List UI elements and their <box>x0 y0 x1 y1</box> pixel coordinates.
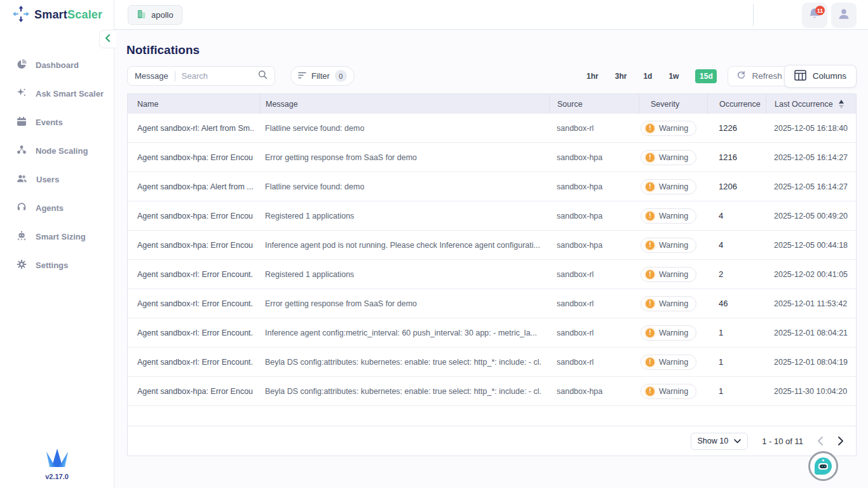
cell-name: Agent sandbox-rl: Error Encount... <box>128 318 260 347</box>
sidebar-collapse-button[interactable] <box>99 30 116 48</box>
user-avatar-icon <box>837 7 851 24</box>
notifications-table: Name Message Source Severity Occurrence … <box>127 93 857 456</box>
cell-message: Flatline service found: demo <box>260 114 549 142</box>
cell-occurrence: 1 <box>707 348 766 376</box>
cell-occurrence: 1216 <box>707 143 766 172</box>
cell-occurrence: 1 <box>707 377 766 405</box>
headset-icon <box>17 202 27 215</box>
cell-last-occurrence: 2025-12-05 16:18:40 <box>766 114 856 142</box>
sidebar-item-ask-smart-scaler[interactable]: Ask Smart Scaler <box>0 79 114 108</box>
next-page-button[interactable] <box>837 437 844 445</box>
search-input[interactable] <box>182 71 258 81</box>
cell-severity: ! Warning <box>639 201 707 230</box>
column-header-source[interactable]: Source <box>549 94 639 114</box>
cell-severity: ! Warning <box>639 289 707 318</box>
search-icon <box>258 70 268 82</box>
table-row[interactable]: Agent sandbox-rl: Alert from Sm... Flatl… <box>128 114 856 143</box>
cell-name: Agent sandbox-hpa: Error Encou... <box>128 201 260 230</box>
cell-severity: ! Warning <box>639 143 707 172</box>
cell-occurrence: 4 <box>707 201 766 230</box>
cell-last-occurrence: 2025-12-02 00:41:05 <box>766 260 856 288</box>
table-row[interactable]: Agent sandbox-hpa: Error Encou... Beyla … <box>128 377 856 406</box>
workspace-name: apollo <box>151 10 173 20</box>
cell-last-occurrence: 2025-12-01 08:04:21 <box>766 318 856 347</box>
sidebar-item-label: Agents <box>36 203 64 213</box>
crown-logo-icon <box>43 449 71 470</box>
time-range-1d[interactable]: 1d <box>643 72 652 81</box>
search-scope-selector[interactable]: Message <box>135 71 168 81</box>
sidebar-item-agents[interactable]: Agents <box>0 194 114 222</box>
table-row[interactable]: Agent sandbox-rl: Error Encount... Regis… <box>128 260 856 289</box>
sidebar-item-label: Dashboard <box>36 60 79 70</box>
chat-assistant-button[interactable] <box>808 451 838 481</box>
brand-logo[interactable]: SmartScaler <box>0 0 114 30</box>
table-row[interactable]: Agent sandbox-hpa: Alert from ... Flatli… <box>128 172 856 201</box>
columns-button[interactable]: Columns <box>784 65 857 88</box>
column-header-name[interactable]: Name <box>128 94 260 114</box>
sidebar-item-users[interactable]: Users <box>0 165 114 194</box>
severity-badge: ! Warning <box>641 296 696 311</box>
sort-asc-icon <box>839 100 844 104</box>
sidebar-item-settings[interactable]: Settings <box>0 251 114 280</box>
filter-button[interactable]: Filter 0 <box>290 66 355 86</box>
notifications-bell-button[interactable]: 11 <box>802 3 827 28</box>
time-range-15d-active[interactable]: 15d <box>695 69 717 83</box>
cell-occurrence: 1206 <box>707 172 766 201</box>
column-header-last-occurrence[interactable]: Last Occurrence <box>766 94 856 114</box>
table-row[interactable]: Agent sandbox-rl: Error Encount... Error… <box>128 289 856 318</box>
cell-name: Agent sandbox-rl: Error Encount... <box>128 289 260 318</box>
building-icon <box>137 10 146 21</box>
cell-message: Flatline service found: demo <box>260 172 549 201</box>
topbar: apollo 11 <box>114 0 868 30</box>
warning-icon: ! <box>646 270 654 279</box>
cell-source: sandbox-rl <box>549 318 639 347</box>
cell-source: sandbox-rl <box>549 289 639 318</box>
notification-count-badge: 11 <box>815 6 825 15</box>
table-row[interactable]: Agent sandbox-hpa: Error Encou... Regist… <box>128 201 856 231</box>
cell-severity: ! Warning <box>639 318 707 347</box>
cell-message: Beyla DS config:attributes: kubernetes: … <box>260 348 549 376</box>
severity-badge: ! Warning <box>641 150 696 165</box>
page-size-select[interactable]: Show 10 <box>691 433 749 450</box>
cell-occurrence: 1 <box>707 318 766 347</box>
cell-name: Agent sandbox-rl: Alert from Sm... <box>128 114 260 142</box>
columns-label: Columns <box>813 71 846 81</box>
severity-badge: ! Warning <box>641 384 696 399</box>
severity-badge: ! Warning <box>641 267 696 282</box>
time-range-1hr[interactable]: 1hr <box>587 72 599 81</box>
time-range-1w[interactable]: 1w <box>668 72 679 81</box>
cell-name: Agent sandbox-hpa: Error Encou... <box>128 377 260 405</box>
sidebar-item-dashboard[interactable]: Dashboard <box>0 51 114 79</box>
table-row[interactable]: Agent sandbox-rl: Error Encount... Infer… <box>128 318 856 348</box>
column-header-severity[interactable]: Severity <box>639 94 707 114</box>
filter-icon <box>298 71 306 81</box>
cell-occurrence: 2 <box>707 260 766 288</box>
sidebar-item-node-scaling[interactable]: Node Scaling <box>0 137 114 165</box>
table-header-row: Name Message Source Severity Occurrence … <box>128 94 856 114</box>
gear-icon <box>17 259 27 272</box>
column-header-message[interactable]: Message <box>260 94 549 114</box>
warning-icon: ! <box>646 212 654 220</box>
workspace-selector-button[interactable]: apollo <box>128 5 182 25</box>
column-header-occurrence[interactable]: Occurrence <box>707 94 766 114</box>
cell-message: Error getting response from SaaS for dem… <box>260 143 549 172</box>
sidebar-item-smart-sizing[interactable]: Smart Sizing <box>0 222 114 251</box>
sidebar-item-events[interactable]: Events <box>0 108 114 137</box>
previous-page-button[interactable] <box>817 437 824 445</box>
table-row[interactable]: Agent sandbox-rl: Error Encount... Beyla… <box>128 348 856 377</box>
warning-icon: ! <box>646 387 654 396</box>
search-box[interactable]: Message <box>127 66 275 86</box>
sort-icon[interactable] <box>839 100 844 109</box>
chevron-left-icon <box>105 34 111 44</box>
warning-icon: ! <box>646 182 654 191</box>
table-row[interactable]: Agent sandbox-hpa: Error Encou... Infere… <box>128 231 856 260</box>
time-range-3hr[interactable]: 3hr <box>615 72 627 81</box>
cell-severity: ! Warning <box>639 231 707 259</box>
cell-source: sandbox-hpa <box>549 201 639 230</box>
refresh-button[interactable]: Refresh <box>728 66 791 86</box>
cell-occurrence: 46 <box>707 289 766 318</box>
table-row[interactable]: Agent sandbox-hpa: Error Encou... Error … <box>128 143 856 172</box>
cell-last-occurrence: 2025-12-05 16:14:27 <box>766 172 856 201</box>
smartscaler-logo-icon <box>13 6 29 25</box>
user-avatar-button[interactable] <box>831 3 857 28</box>
